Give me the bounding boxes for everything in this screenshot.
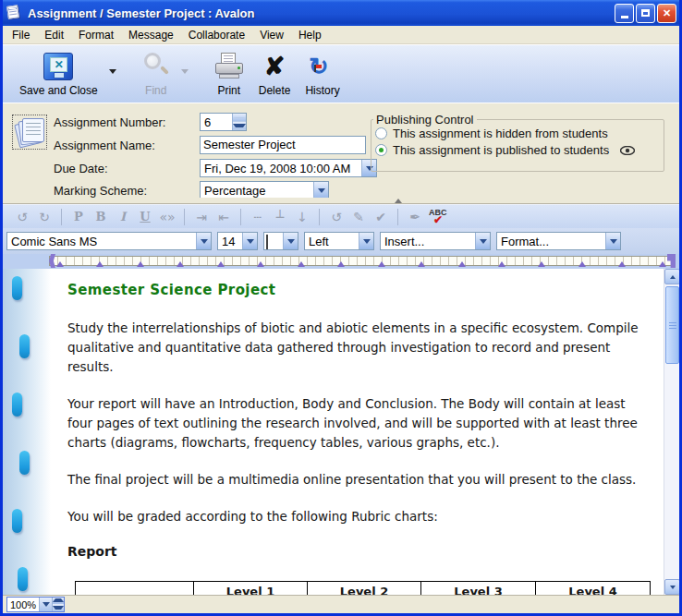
printer-icon bbox=[214, 50, 244, 83]
due-date-label: Due Date: bbox=[54, 162, 200, 175]
formatting-toolbar: ↺ ↻ P B I U «» ⇥ ⇤ ┄ ┴ ↓ ↺ ✎ ✔ ✒ ABC ✔ bbox=[3, 204, 679, 228]
font-toolbar: Comic Sans MS 14 Left Insert... Format..… bbox=[3, 228, 679, 254]
italic-icon[interactable]: I bbox=[113, 210, 133, 223]
font-size-dropdown[interactable]: 14 bbox=[217, 232, 258, 250]
rubric-table: Level 1 Level 2 Level 3 Level 4 Introduc… bbox=[75, 581, 651, 595]
assignment-number-label: Assignment Number: bbox=[54, 115, 200, 129]
font-family-dropdown[interactable]: Comic Sans MS bbox=[6, 232, 212, 250]
minimize-button[interactable] bbox=[615, 4, 634, 23]
delete-x-icon: ✘ bbox=[264, 50, 286, 83]
chevron-down-icon[interactable] bbox=[39, 598, 52, 611]
scroll-down-icon[interactable] bbox=[664, 579, 679, 595]
tab-marker-icon[interactable]: ┴ bbox=[270, 210, 290, 224]
chevron-down-icon[interactable] bbox=[242, 233, 257, 249]
underline-icon[interactable]: U bbox=[135, 210, 155, 223]
font-color-dropdown[interactable] bbox=[263, 232, 298, 250]
chevron-down-icon[interactable] bbox=[475, 233, 490, 249]
floppy-disk-icon: ✕ bbox=[43, 50, 73, 83]
eye-icon bbox=[620, 146, 635, 155]
close-button[interactable]: ✕ bbox=[657, 4, 676, 23]
menu-view[interactable]: View bbox=[252, 27, 291, 43]
history-button[interactable]: ↻ History bbox=[301, 49, 343, 98]
spacing-icon[interactable]: ┄ bbox=[248, 210, 268, 224]
find-button[interactable]: Find bbox=[139, 49, 174, 98]
save-dropdown-arrow[interactable] bbox=[109, 74, 122, 91]
paragraph: The final project will be a multimedia o… bbox=[67, 470, 651, 489]
alignment-dropdown[interactable]: Left bbox=[304, 232, 374, 250]
find-dropdown-arrow[interactable] bbox=[181, 74, 194, 91]
title-bar[interactable]: Assignment / Semester Project : Avalon ✕ bbox=[0, 0, 682, 26]
document-title: Semester Science Project bbox=[67, 282, 651, 298]
zoom-level: 100% bbox=[7, 598, 39, 611]
status-bar: 100% bbox=[3, 595, 679, 612]
menu-file[interactable]: File bbox=[5, 27, 37, 43]
menu-collaborate[interactable]: Collaborate bbox=[181, 27, 252, 43]
paragraph: Your report will have an Introduction, B… bbox=[67, 394, 651, 453]
menu-format[interactable]: Format bbox=[71, 27, 121, 43]
approve-check-icon[interactable]: ✔ bbox=[371, 210, 391, 224]
format-dropdown[interactable]: Format... bbox=[496, 232, 621, 250]
chevron-down-icon[interactable] bbox=[196, 233, 211, 249]
bold-icon[interactable]: B bbox=[91, 210, 111, 223]
published-radio[interactable] bbox=[375, 144, 387, 156]
assignment-stack-icon bbox=[12, 115, 47, 150]
zoom-control[interactable]: 100% bbox=[6, 597, 65, 612]
menu-message[interactable]: Message bbox=[121, 27, 181, 43]
zoom-up-icon[interactable] bbox=[53, 598, 64, 605]
chevron-down-icon[interactable] bbox=[283, 233, 298, 249]
number-up-icon[interactable] bbox=[233, 114, 246, 122]
section-heading: Report bbox=[67, 544, 651, 559]
paragraph: Study the interrelationships of biotic a… bbox=[67, 319, 651, 377]
move-down-icon[interactable]: ↓ bbox=[292, 210, 312, 224]
main-toolbar: ✕ Save and Close Find Print ✘ Delete ↻ bbox=[3, 44, 679, 103]
maximize-button[interactable] bbox=[636, 4, 655, 23]
indent-less-icon[interactable]: ⇤ bbox=[213, 210, 234, 224]
published-option-row[interactable]: This assignment is published to students bbox=[371, 143, 664, 160]
redo-icon[interactable]: ↻ bbox=[34, 210, 55, 224]
color-swatch bbox=[266, 235, 268, 249]
window-icon bbox=[6, 6, 22, 20]
publishing-control-legend: Publishing Control bbox=[373, 113, 477, 127]
collapse-handle-icon[interactable] bbox=[395, 199, 402, 203]
publishing-control-group: Publishing Control This assignment is hi… bbox=[371, 113, 664, 172]
scroll-up-icon[interactable] bbox=[664, 269, 679, 284]
assignment-window: Assignment / Semester Project : Avalon ✕… bbox=[0, 0, 682, 616]
toolbar-separator bbox=[3, 198, 679, 204]
ruler bbox=[3, 254, 679, 269]
vertical-scrollbar[interactable] bbox=[664, 269, 679, 595]
menu-bar: File Edit Format Message Collaborate Vie… bbox=[3, 26, 679, 44]
assignment-name-field[interactable]: Semester Project bbox=[200, 136, 366, 154]
menu-help[interactable]: Help bbox=[291, 27, 329, 43]
delete-button[interactable]: ✘ Delete bbox=[255, 49, 295, 98]
document-editor[interactable]: Semester Science Project Study the inter… bbox=[3, 269, 679, 595]
revert-icon[interactable]: ↺ bbox=[326, 210, 347, 224]
print-button[interactable]: Print bbox=[211, 49, 248, 98]
plain-style-icon[interactable]: P bbox=[68, 210, 89, 223]
spellcheck-icon[interactable]: ABC ✔ bbox=[427, 208, 449, 226]
save-and-close-button[interactable]: ✕ Save and Close bbox=[16, 49, 102, 98]
menu-edit[interactable]: Edit bbox=[37, 27, 71, 43]
stationery-margin bbox=[3, 269, 51, 595]
magnifier-icon bbox=[142, 50, 170, 83]
chevron-down-icon[interactable] bbox=[313, 182, 328, 199]
hidden-radio[interactable] bbox=[375, 127, 387, 139]
pencil-icon[interactable]: ✎ bbox=[348, 210, 369, 224]
undo-icon[interactable]: ↺ bbox=[12, 210, 32, 224]
number-down-icon[interactable] bbox=[233, 122, 246, 130]
table-header-row: Level 1 Level 2 Level 3 Level 4 bbox=[76, 582, 651, 596]
document-body[interactable]: Semester Science Project Study the inter… bbox=[51, 269, 664, 595]
quotes-icon[interactable]: «» bbox=[157, 210, 177, 224]
indent-more-icon[interactable]: ⇥ bbox=[191, 210, 212, 224]
signature-icon[interactable]: ✒ bbox=[405, 210, 425, 224]
assignment-form: Assignment Number: 6 Assignment Name: Se… bbox=[3, 103, 679, 198]
assignment-number-stepper[interactable]: 6 bbox=[200, 113, 247, 131]
marking-scheme-dropdown[interactable]: Percentage bbox=[200, 181, 329, 199]
hidden-option-row[interactable]: This assignment is hidden from students bbox=[371, 127, 664, 143]
due-date-dropdown[interactable]: Fri, Dec 19, 2008 10:00 AM bbox=[200, 159, 377, 177]
scrollbar-thumb[interactable] bbox=[665, 286, 679, 364]
zoom-down-icon[interactable] bbox=[53, 604, 64, 611]
chevron-down-icon[interactable] bbox=[359, 233, 373, 249]
chevron-down-icon[interactable] bbox=[605, 233, 620, 249]
assignment-name-label: Assignment Name: bbox=[54, 139, 200, 152]
insert-dropdown[interactable]: Insert... bbox=[380, 232, 491, 250]
